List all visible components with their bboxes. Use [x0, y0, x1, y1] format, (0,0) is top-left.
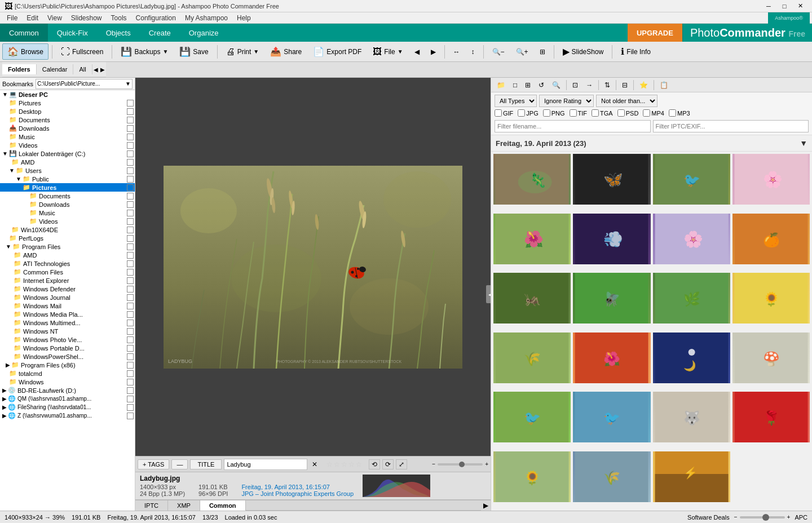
- zoom-fit-button[interactable]: ⊞: [535, 45, 550, 59]
- tree-item-ie[interactable]: 📁 Internet Explorer: [0, 276, 135, 285]
- thumbnail-13[interactable]: 🌾: [493, 333, 571, 383]
- zoom-out-button[interactable]: 🔍−: [487, 45, 510, 59]
- tree-item-winmail[interactable]: 📁 Windows Mail: [0, 302, 135, 310]
- checkbox[interactable]: [127, 396, 134, 402]
- tab-organize[interactable]: Organize: [180, 24, 228, 42]
- checkbox[interactable]: [127, 134, 134, 140]
- checkbox[interactable]: [127, 235, 134, 242]
- flip-v-button[interactable]: ↕: [466, 45, 480, 59]
- menu-help[interactable]: Help: [232, 13, 255, 23]
- menu-configuration[interactable]: Configuration: [131, 13, 180, 23]
- tree-item-downloads[interactable]: 📥 Downloads: [0, 124, 135, 132]
- checkbox[interactable]: [127, 413, 134, 419]
- rt-search-button[interactable]: 🔍: [549, 79, 564, 91]
- iptc-filter-input[interactable]: [653, 120, 809, 132]
- checkbox[interactable]: [127, 345, 134, 352]
- thumbnail-17[interactable]: 🐦: [493, 392, 571, 442]
- star-3[interactable]: ☆: [341, 460, 347, 468]
- thumbnail-1[interactable]: 🦎: [493, 154, 571, 205]
- tree-item-z[interactable]: ▶ 🌐 Z (\\ashsrvwuma01.ashamp...: [0, 411, 135, 420]
- file-button[interactable]: 🖼 File ▼: [368, 44, 408, 60]
- nav-prev-button[interactable]: ◀: [409, 45, 425, 59]
- rt-folder-button[interactable]: 📁: [493, 79, 509, 91]
- fullscreen-button[interactable]: ⛶ Fullscreen: [56, 44, 108, 60]
- minimize-button[interactable]: ─: [761, 1, 776, 11]
- slideshow-button[interactable]: ▶ SlideShow: [558, 43, 609, 60]
- tree-item-totalcmd[interactable]: 📁 totalcmd: [0, 369, 135, 378]
- expand-button[interactable]: ⤢: [396, 459, 407, 469]
- checkbox[interactable]: [127, 260, 134, 267]
- thumbnail-11[interactable]: 🌿: [653, 273, 730, 323]
- tree-item-users[interactable]: ▼ 📁 Users: [0, 166, 135, 175]
- statusbar-zoom-slider[interactable]: [740, 516, 785, 518]
- tree-item-winmultimedia[interactable]: 📁 Windows Multimed...: [0, 318, 135, 327]
- checkbox[interactable]: [127, 243, 134, 250]
- tree-item-programfiles[interactable]: ▼ 📁 Program Files: [0, 242, 135, 251]
- thumbnail-15[interactable]: 🌙: [653, 333, 730, 383]
- checkbox[interactable]: [127, 404, 134, 411]
- tab-xmp[interactable]: XMP: [168, 500, 200, 511]
- checkbox[interactable]: [127, 108, 134, 115]
- filename-filter-input[interactable]: [495, 120, 651, 132]
- tree-item-public[interactable]: ▼ 📁 Public: [0, 175, 135, 183]
- tree-item-commonfiles[interactable]: 📁 Common Files: [0, 268, 135, 276]
- checkbox[interactable]: [127, 320, 134, 326]
- tree-item-filesharing[interactable]: ▶ 🌐 FileSharing (\\ashsrvdata01...: [0, 403, 135, 411]
- tab-common[interactable]: Common: [200, 500, 246, 511]
- checkbox[interactable]: [127, 311, 134, 318]
- rt-compare-button[interactable]: ⊡: [569, 79, 581, 91]
- fileinfo-button[interactable]: ℹ File Info: [616, 43, 656, 60]
- title-tab[interactable]: TITLE: [190, 459, 222, 469]
- tab-common[interactable]: Common: [0, 24, 48, 42]
- folder-nav-next[interactable]: ▶: [99, 67, 106, 73]
- tree-item-qm[interactable]: ▶ 🌐 QM (\\ashsrvnas01.ashamp...: [0, 395, 135, 403]
- checkbox[interactable]: [127, 303, 134, 309]
- menu-myashampoo[interactable]: My Ashampoo: [180, 13, 232, 23]
- tab-upgrade[interactable]: UPGRADE: [628, 24, 682, 42]
- add-tags-button[interactable]: + TAGS: [138, 459, 169, 469]
- thumbnail-9[interactable]: 🦗: [493, 273, 571, 323]
- thumbnail-14[interactable]: 🌺: [573, 333, 650, 383]
- checkbox[interactable]: [127, 210, 134, 216]
- star-5[interactable]: ☆: [356, 460, 362, 468]
- image-title-input[interactable]: [224, 459, 307, 470]
- zoom-minus[interactable]: −: [432, 461, 435, 467]
- tab-quickfix[interactable]: Quick-Fix: [48, 24, 97, 42]
- thumbnail-4[interactable]: 🌸: [732, 154, 810, 205]
- rating-filter[interactable]: Ignore Rating: [539, 95, 594, 107]
- checkbox[interactable]: [127, 269, 134, 276]
- share-button[interactable]: 📤 Share: [265, 43, 307, 60]
- filter-gif[interactable]: GIF: [495, 109, 513, 117]
- checkbox[interactable]: [127, 353, 134, 360]
- rt-arrow-button[interactable]: →: [582, 79, 596, 91]
- folder-nav-prev[interactable]: ◀: [92, 67, 99, 73]
- thumbnail-10[interactable]: 🪰: [573, 273, 650, 323]
- star-4[interactable]: ☆: [348, 460, 355, 468]
- menu-edit[interactable]: Edit: [22, 13, 43, 23]
- tree-item-documents[interactable]: 📁 Documents: [0, 116, 135, 124]
- checkbox[interactable]: [127, 370, 134, 377]
- checkbox[interactable]: [127, 193, 134, 200]
- clear-title-button[interactable]: ✕: [310, 459, 320, 469]
- menu-slideshow[interactable]: Slideshow: [67, 13, 107, 23]
- tree-item-bd[interactable]: ▶ 💿 BD-RE-Laufwerk (D:): [0, 386, 135, 395]
- save-button[interactable]: 💾 Save: [174, 43, 213, 60]
- checkbox[interactable]: [127, 252, 134, 259]
- browse-button[interactable]: 🏠 Browse: [2, 43, 48, 60]
- menu-view[interactable]: View: [43, 13, 67, 23]
- menu-file[interactable]: File: [2, 13, 22, 23]
- tree-item-documents-2[interactable]: 📁 Documents: [0, 192, 135, 200]
- checkbox[interactable]: [127, 100, 134, 107]
- tab-calendar[interactable]: Calendar: [37, 64, 74, 74]
- checkbox[interactable]: [127, 142, 134, 149]
- checkbox[interactable]: [127, 159, 134, 166]
- nav-next-button[interactable]: ▶: [426, 45, 441, 59]
- path-dropdown[interactable]: ▼: [125, 81, 131, 87]
- meta-scroll-right[interactable]: ▶: [481, 500, 491, 511]
- tab-all[interactable]: All: [73, 64, 92, 74]
- tree-item-windows[interactable]: 📁 Windows: [0, 378, 135, 386]
- checkbox[interactable]: [127, 184, 134, 191]
- filter-mp3[interactable]: MP3: [669, 109, 690, 117]
- tree-item-perflogs[interactable]: 📁 PerfLogs: [0, 234, 135, 242]
- filter-tif[interactable]: TIF: [570, 109, 588, 117]
